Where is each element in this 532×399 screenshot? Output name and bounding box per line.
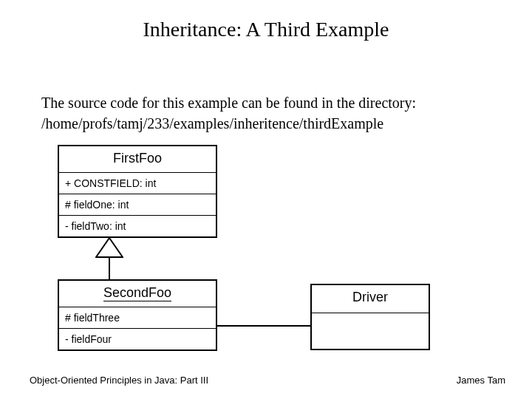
footer-left: Object-Oriented Principles in Java: Part… xyxy=(30,375,208,386)
class-attribute: # fieldOne: int xyxy=(59,194,216,215)
slide: Inheritance: A Third Example The source … xyxy=(0,0,532,399)
slide-title: Inheritance: A Third Example xyxy=(0,18,532,41)
uml-class-driver: Driver xyxy=(310,284,430,350)
class-attribute: # fieldThree xyxy=(59,307,216,328)
association-line xyxy=(217,325,310,327)
class-attribute: - fieldTwo: int xyxy=(59,216,216,236)
svg-marker-0 xyxy=(96,238,123,257)
class-name: Driver xyxy=(312,285,429,313)
class-attribute: - fieldFour xyxy=(59,329,216,349)
class-name: SecondFoo xyxy=(59,281,216,307)
intro-text-line-1: The source code for this example can be … xyxy=(41,95,416,112)
class-name: FirstFoo xyxy=(59,146,216,172)
class-attribute: + CONSTFIELD: int xyxy=(59,173,216,194)
footer-right: James Tam xyxy=(457,375,505,386)
class-name-text: SecondFoo xyxy=(103,285,171,301)
uml-class-secondfoo: SecondFoo # fieldThree - fieldFour xyxy=(58,279,217,351)
class-body-empty xyxy=(312,313,429,349)
inheritance-arrow-icon xyxy=(95,237,123,280)
uml-class-firstfoo: FirstFoo + CONSTFIELD: int # fieldOne: i… xyxy=(58,145,217,238)
intro-text-line-2: /home/profs/tamj/233/examples/inheritenc… xyxy=(41,115,383,132)
